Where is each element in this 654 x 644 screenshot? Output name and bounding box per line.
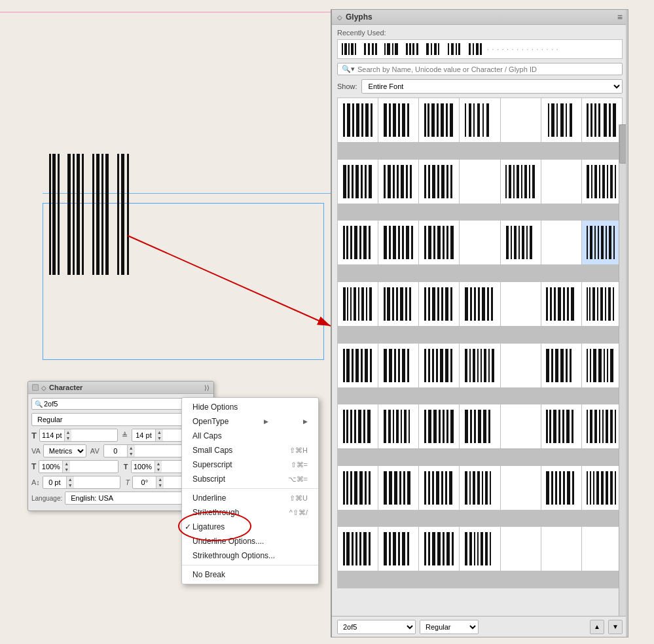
track-value[interactable]: 0 [104,447,127,455]
baseline-up[interactable]: ▲ [67,476,74,482]
glyph-cell[interactable] [378,98,419,143]
glyph-cell[interactable] [582,527,623,571]
menu-item-strikethrough-options[interactable]: Strikethrough Options... [182,548,318,563]
glyph-cell[interactable] [582,282,623,327]
glyph-cell[interactable] [460,282,500,327]
panel-close-button[interactable] [32,384,39,391]
recent-glyph-5[interactable] [424,42,443,56]
hscale-field[interactable]: 100% ▲ ▼ [39,460,118,473]
glyph-cell[interactable] [582,344,623,388]
glyph-cell[interactable] [419,221,460,265]
search-input[interactable] [357,65,618,73]
vscale-down[interactable]: ▼ [155,467,162,473]
glyph-cell[interactable] [419,344,460,388]
skew-down[interactable]: ▼ [156,482,164,488]
character-panel-collapse-icon[interactable]: ◇ [41,384,46,391]
menu-item-opentype[interactable]: OpenType ▶ [182,414,318,429]
kern-select[interactable]: Metrics [43,444,86,457]
glyph-cell[interactable] [378,466,419,510]
track-down[interactable]: ▼ [128,451,135,457]
glyph-cell[interactable] [582,160,623,204]
glyph-cell[interactable] [378,282,419,327]
leading-down[interactable]: ▼ [156,435,163,441]
glyphs-menu-icon[interactable]: ≡ [617,12,623,22]
glyph-cell[interactable] [378,221,419,265]
menu-item-hide-options[interactable]: Hide Options [182,400,318,414]
glyph-cell[interactable] [460,98,500,143]
hscale-value[interactable]: 100% [39,463,62,471]
font-size-value[interactable]: 114 pt [40,431,64,439]
baseline-value[interactable]: 0 pt [43,478,66,486]
glyph-cell[interactable] [501,344,541,388]
glyph-cell[interactable] [460,160,500,204]
glyph-cell[interactable] [501,282,541,327]
menu-item-underline[interactable]: Underline ⇧⌘U [182,491,318,505]
glyph-cell[interactable] [460,344,500,388]
hscale-up[interactable]: ▲ [63,461,70,467]
glyph-cell[interactable] [460,404,500,449]
recent-glyph-1[interactable] [340,42,359,56]
show-select[interactable]: Entire Font [361,79,623,94]
recent-glyph-7[interactable] [466,42,484,56]
zoom-in-button[interactable]: ▼ [608,620,623,634]
glyph-cell[interactable] [541,527,582,571]
track-up[interactable]: ▲ [128,445,135,451]
glyph-cell[interactable] [419,160,460,204]
glyph-cell[interactable] [338,160,378,204]
glyph-cell[interactable] [338,98,378,143]
panel-expand-icon[interactable]: ⟩⟩ [204,384,209,391]
glyph-cell[interactable] [338,221,378,265]
glyph-cell[interactable] [338,466,378,510]
glyph-cell[interactable] [460,466,500,510]
recent-glyph-2[interactable] [361,42,380,56]
leading-up[interactable]: ▲ [156,429,163,435]
font-select[interactable]: 2of5 [337,620,416,634]
glyph-cell[interactable] [582,98,623,143]
glyph-cell[interactable] [338,527,378,571]
glyph-cell[interactable] [541,221,582,265]
glyph-cell[interactable] [378,527,419,571]
glyph-cell[interactable] [541,98,582,143]
glyph-cell[interactable] [338,404,378,449]
glyph-cell[interactable] [501,98,541,143]
glyph-cell[interactable] [501,221,541,265]
style-select[interactable]: Regular [420,620,479,634]
glyph-cell[interactable] [338,282,378,327]
glyph-cell[interactable] [582,466,623,510]
skew-up[interactable]: ▲ [156,476,164,482]
font-size-field[interactable]: 114 pt ▲ ▼ [39,429,118,442]
skew-value[interactable]: 0° [133,478,156,486]
search-dropdown-icon[interactable]: 🔍▾ [342,65,355,73]
glyph-cell[interactable] [419,527,460,571]
menu-item-subscript[interactable]: Subscript ⌥⌘= [182,472,318,486]
baseline-field[interactable]: 0 pt ▲ ▼ [43,476,120,489]
glyph-cell[interactable] [338,344,378,388]
glyph-cell[interactable] [541,466,582,510]
font-size-down[interactable]: ▼ [65,435,72,441]
glyph-cell[interactable] [501,527,541,571]
glyph-cell[interactable] [460,527,500,571]
menu-item-strikethrough[interactable]: Strikethrough ^⇧⌘/ [182,505,318,520]
glyph-cell[interactable] [419,466,460,510]
menu-item-small-caps[interactable]: Small Caps ⇧⌘H [182,443,318,457]
glyph-cell[interactable] [501,466,541,510]
glyph-cell[interactable] [419,282,460,327]
menu-item-all-caps[interactable]: All Caps [182,429,318,443]
font-size-up[interactable]: ▲ [65,429,72,435]
glyph-cell[interactable] [378,344,419,388]
recent-glyph-3[interactable] [382,42,401,56]
glyph-cell[interactable] [501,404,541,449]
glyph-cell[interactable] [541,404,582,449]
menu-item-ligatures[interactable]: Ligatures [182,520,318,534]
glyph-cell[interactable] [541,344,582,388]
hscale-down[interactable]: ▼ [63,467,70,473]
vscale-up[interactable]: ▲ [155,461,162,467]
glyph-cell[interactable] [582,221,623,265]
baseline-down[interactable]: ▼ [67,482,74,488]
recent-glyph-4[interactable] [403,42,422,56]
glyph-cell[interactable] [541,160,582,204]
recent-glyph-6[interactable] [445,42,463,56]
glyph-cell[interactable] [460,221,500,265]
glyph-cell[interactable] [419,98,460,143]
zoom-out-button[interactable]: ▲ [590,620,604,634]
